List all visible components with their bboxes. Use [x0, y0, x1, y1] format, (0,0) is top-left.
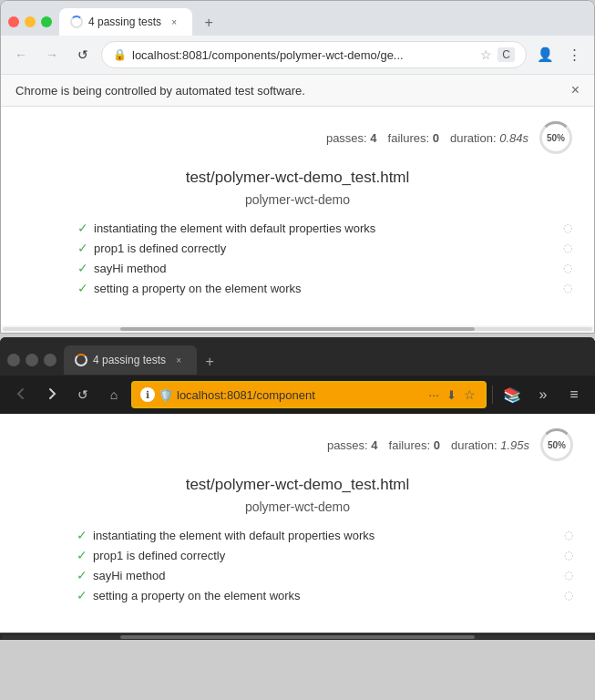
ff-menu-button[interactable]: ≡	[560, 381, 588, 408]
ff-new-tab-button[interactable]: +	[197, 349, 222, 375]
test-label: prop1 is defined correctly	[94, 242, 226, 255]
ff-failures-value: 0	[434, 438, 440, 452]
test-label: prop1 is defined correctly	[93, 549, 225, 562]
firefox-tab-bar: 4 passing tests × +	[64, 345, 588, 375]
ff-reload-button[interactable]: ↺	[69, 381, 97, 408]
back-button[interactable]: ←	[8, 42, 34, 67]
scrollbar-thumb	[120, 327, 474, 331]
chrome-menu-button[interactable]: ⋮	[561, 42, 587, 67]
list-item: ✓ prop1 is defined correctly ◌	[77, 545, 573, 565]
forward-button[interactable]: →	[39, 42, 65, 67]
window-controls	[8, 16, 52, 27]
address-bar[interactable]: 🔒 localhost:8081/components/polymer-wct-…	[101, 41, 527, 68]
firefox-toolbar: ↺ ⌂ ℹ 🛡️ localhost:8081/component ··· ⬇ …	[0, 376, 595, 414]
reload-button[interactable]: ↺	[70, 42, 96, 67]
test-label: setting a property on the element works	[93, 589, 301, 602]
chrome-browser: 4 passing tests × + ← → ↺ 🔒 localhost:80…	[0, 0, 595, 334]
ff-bookmarks-icon: 📚	[503, 386, 521, 404]
ff-forward-icon	[46, 387, 58, 403]
test-duration: ◌	[564, 589, 573, 602]
security-icon: 🔒	[113, 48, 127, 61]
check-icon: ✓	[77, 221, 88, 235]
new-tab-button[interactable]: +	[196, 10, 221, 36]
ff-omnibox-actions: ··· ⬇ ☆	[426, 386, 477, 404]
ff-shield-icon: 🛡️	[159, 388, 173, 402]
reload-icon: ↺	[77, 47, 88, 62]
profile-button[interactable]: 👤	[532, 42, 558, 67]
ff-back-button[interactable]	[7, 381, 35, 408]
test-duration: ◌	[564, 549, 573, 561]
test-duration: ◌	[563, 282, 572, 294]
ff-test-list: ✓ instantiating the element with default…	[22, 525, 573, 605]
chrome-scrollbar[interactable]	[1, 325, 594, 333]
ff-home-button[interactable]: ⌂	[100, 381, 128, 408]
automation-info-bar: Chrome is being controlled by automated …	[1, 74, 594, 107]
firefox-browser: 4 passing tests × + ↺ ⌂	[0, 337, 595, 640]
info-bar-close-button[interactable]: ×	[571, 82, 580, 98]
ff-btn-3	[44, 354, 56, 366]
ff-test-suite-title: polymer-wct-demo	[22, 499, 573, 514]
ff-tab-close-button[interactable]: ×	[171, 353, 186, 367]
ff-tab-title: 4 passing tests	[93, 354, 166, 366]
chrome-toolbar: ← → ↺ 🔒 localhost:8081/components/polyme…	[1, 36, 594, 74]
chrome-tab-bar: 4 passing tests × +	[59, 8, 587, 36]
ff-divider	[492, 386, 493, 404]
ff-pocket-button[interactable]: ⬇	[445, 386, 458, 404]
check-icon: ✓	[77, 528, 87, 542]
ff-active-tab[interactable]: 4 passing tests ×	[64, 345, 197, 375]
firefox-scrollbar[interactable]	[0, 633, 595, 640]
firefox-titlebar: 4 passing tests × +	[0, 337, 595, 376]
duration-label: duration: 0.84s	[450, 131, 528, 145]
cast-icon: C	[498, 47, 515, 62]
maximize-button[interactable]	[41, 16, 52, 27]
ff-window-controls	[7, 354, 56, 366]
ff-info-icon: ℹ	[140, 387, 155, 402]
ff-scrollbar-thumb	[120, 635, 475, 639]
test-label: instantiating the element with default p…	[94, 221, 375, 235]
url-text: localhost:8081/components/polymer-wct-de…	[132, 48, 475, 62]
test-duration: ◌	[563, 242, 572, 254]
ff-test-stats: passes: 4 failures: 0 duration: 1.95s 50…	[22, 428, 573, 461]
list-item: ✓ sayHi method ◌	[77, 565, 573, 585]
check-icon: ✓	[77, 568, 87, 582]
ff-more-button[interactable]: ···	[426, 386, 441, 404]
chrome-menu-icons: 👤 ⋮	[532, 42, 587, 67]
list-item: ✓ setting a property on the element work…	[77, 585, 573, 605]
check-icon: ✓	[77, 281, 88, 295]
test-label: sayHi method	[93, 569, 165, 582]
ff-progress-circle: 50%	[540, 428, 573, 461]
ff-address-bar[interactable]: ℹ 🛡️ localhost:8081/component ··· ⬇ ☆	[131, 381, 487, 408]
test-stats: passes: 4 failures: 0 duration: 0.84s 50…	[23, 121, 572, 154]
list-item: ✓ instantiating the element with default…	[77, 218, 572, 238]
close-button[interactable]	[8, 16, 19, 27]
test-duration: ◌	[563, 221, 572, 234]
test-duration: ◌	[564, 569, 573, 582]
test-label: sayHi method	[94, 262, 166, 275]
active-tab[interactable]: 4 passing tests ×	[59, 8, 192, 36]
ff-bookmarks-button[interactable]: 📚	[498, 381, 526, 408]
tab-close-button[interactable]: ×	[167, 15, 181, 29]
minimize-button[interactable]	[25, 16, 36, 27]
test-duration: ◌	[564, 529, 573, 541]
check-icon: ✓	[77, 241, 88, 255]
ff-forward-button[interactable]	[38, 381, 66, 408]
ff-btn-2	[26, 354, 38, 366]
check-icon: ✓	[77, 261, 88, 275]
ff-more-tabs-button[interactable]: »	[529, 381, 557, 408]
check-icon: ✓	[77, 548, 87, 562]
list-item: ✓ setting a property on the element work…	[77, 278, 572, 298]
list-item: ✓ prop1 is defined correctly ◌	[77, 238, 572, 258]
bookmark-icon: ☆	[480, 47, 492, 62]
ff-star-button[interactable]: ☆	[462, 386, 477, 404]
ff-failures-label: failures: 0	[389, 438, 440, 452]
passes-label: passes: 4	[326, 131, 377, 145]
ff-toolbar-right: 📚 » ≡	[490, 381, 588, 408]
tab-title: 4 passing tests	[88, 15, 161, 28]
menu-icon: ⋮	[568, 46, 581, 63]
tab-favicon-icon	[70, 15, 83, 28]
test-suite-title: polymer-wct-demo	[23, 192, 572, 207]
failures-label: failures: 0	[388, 131, 439, 145]
failures-value: 0	[433, 131, 439, 145]
ff-passes-value: 4	[371, 438, 377, 452]
forward-icon: →	[46, 47, 58, 62]
